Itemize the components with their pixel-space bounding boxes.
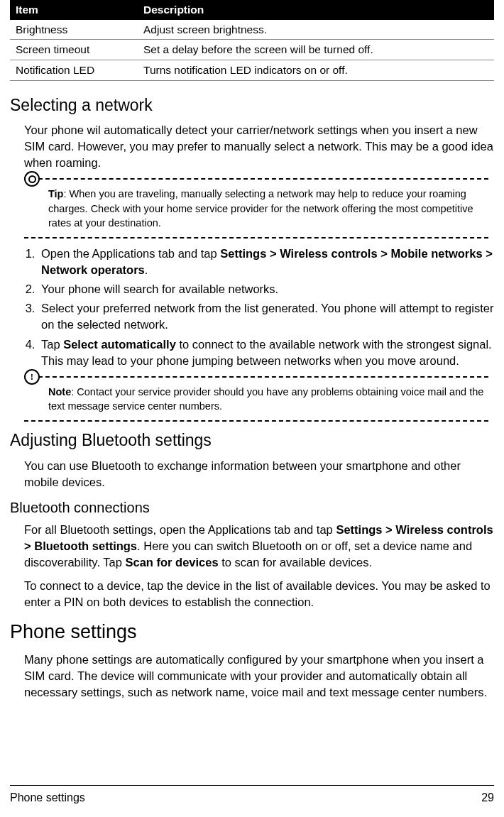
- heading-bluetooth: Adjusting Bluetooth settings: [10, 429, 494, 451]
- cell-item: Notification LED: [10, 60, 138, 81]
- table-row: Notification LED Turns notification LED …: [10, 60, 494, 81]
- subheading-bluetooth-connections: Bluetooth connections: [10, 498, 494, 517]
- bluetooth-intro: You can use Bluetooth to exchange inform…: [24, 458, 494, 490]
- list-item: Select your preferred network from the l…: [38, 300, 494, 333]
- cell-desc: Turns notification LED indicators on or …: [138, 60, 494, 81]
- note-icon: [24, 369, 40, 385]
- table-row: Brightness Adjust screen brightness.: [10, 20, 494, 40]
- note-label: Note: [48, 386, 71, 397]
- list-item: Open the Applications tab and tap Settin…: [38, 246, 494, 278]
- tip-label: Tip: [48, 188, 63, 199]
- bluetooth-connect-paragraph: To connect to a device, tap the device i…: [24, 578, 494, 610]
- steps-list: Open the Applications tab and tap Settin…: [38, 246, 494, 369]
- tip-icon: [24, 171, 40, 187]
- tip-text: : When you are traveling, manually selec…: [48, 188, 473, 229]
- heading-selecting-network: Selecting a network: [10, 94, 494, 116]
- ui-path: Scan for devices: [125, 556, 218, 569]
- bluetooth-settings-paragraph: For all Bluetooth settings, open the App…: [24, 522, 494, 571]
- table-row: Screen timeout Set a delay before the sc…: [10, 40, 494, 60]
- cell-item: Brightness: [10, 20, 138, 40]
- heading-phone-settings: Phone settings: [10, 619, 494, 646]
- list-item: Tap Select automatically to connect to t…: [38, 336, 494, 369]
- footer-page-number: 29: [481, 790, 494, 806]
- cell-desc: Set a delay before the screen will be tu…: [138, 40, 494, 60]
- note-callout: Note: Contact your service provider shou…: [24, 376, 488, 422]
- page-footer: Phone settings 29: [10, 785, 494, 806]
- phone-settings-intro: Many phone settings are automatically co…: [24, 652, 494, 701]
- settings-table: Item Description Brightness Adjust scree…: [10, 0, 494, 81]
- table-header-description: Description: [138, 0, 494, 20]
- list-item: Your phone will search for available net…: [38, 281, 494, 297]
- footer-section-name: Phone settings: [10, 790, 85, 806]
- ui-path: Select automatically: [63, 338, 176, 351]
- cell-item: Screen timeout: [10, 40, 138, 60]
- note-text: : Contact your service provider should y…: [48, 386, 483, 412]
- cell-desc: Adjust screen brightness.: [138, 20, 494, 40]
- table-header-item: Item: [10, 0, 138, 20]
- tip-callout: Tip: When you are traveling, manually se…: [24, 178, 488, 238]
- intro-paragraph: Your phone wil automatically detect your…: [24, 122, 494, 171]
